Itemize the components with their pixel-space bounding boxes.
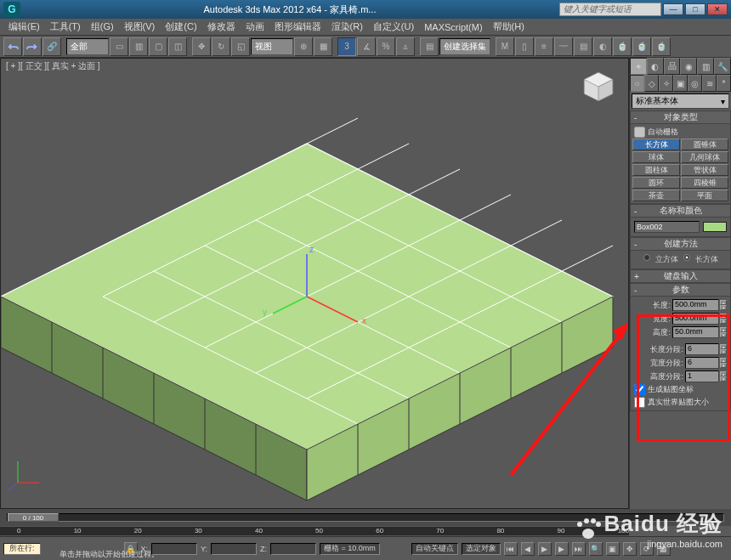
schematic-button[interactable]: ▤ xyxy=(574,37,592,56)
tab-modify[interactable]: ◐ xyxy=(647,58,664,75)
lengthsegs-spinner[interactable]: 6 xyxy=(685,343,719,355)
subtab-spacewraps[interactable]: ≋ xyxy=(702,75,717,92)
menu-grapheditors[interactable]: 图形编辑器 xyxy=(269,20,326,33)
play-end-button[interactable]: ⏭ xyxy=(572,542,586,556)
subtab-shapes[interactable]: ◇ xyxy=(644,75,659,92)
select-name-button[interactable]: ▥ xyxy=(129,37,148,56)
play-button[interactable]: ▶ xyxy=(538,542,552,556)
btn-cone[interactable]: 圆锥体 xyxy=(681,139,728,150)
autogrid-checkbox[interactable] xyxy=(634,127,645,138)
btn-teapot[interactable]: 茶壶 xyxy=(632,189,680,201)
btn-geosphere[interactable]: 几何球体 xyxy=(681,151,728,163)
subtab-helpers[interactable]: ◎ xyxy=(688,75,702,92)
maximize-viewport-button[interactable]: ▦ xyxy=(657,542,671,556)
rollout-objtype-header[interactable]: -对象类型 xyxy=(630,110,731,124)
real-uv-checkbox[interactable] xyxy=(634,397,645,408)
zoom-all-button[interactable]: ▣ xyxy=(606,542,620,556)
selset-combo[interactable]: 选定对象 xyxy=(462,543,501,555)
btn-torus[interactable]: 圆环 xyxy=(632,177,680,189)
autokey-button[interactable]: 自动关键点 xyxy=(411,543,458,555)
view-cube[interactable] xyxy=(581,69,616,105)
close-button[interactable]: ✕ xyxy=(707,3,728,15)
play-next-button[interactable]: ▶ xyxy=(555,542,569,556)
menu-animation[interactable]: 动画 xyxy=(241,20,269,33)
menu-customize[interactable]: 自定义(U) xyxy=(368,20,419,33)
minimize-button[interactable]: — xyxy=(663,3,683,15)
named-sel-button[interactable]: ▤ xyxy=(420,37,439,56)
gen-uv-checkbox[interactable] xyxy=(634,384,645,395)
maximize-button[interactable]: □ xyxy=(685,3,706,15)
zoom-button[interactable]: 🔍 xyxy=(589,542,603,556)
menu-rendering[interactable]: 渲染(R) xyxy=(326,20,368,33)
tab-motion[interactable]: ◉ xyxy=(680,58,697,75)
time-thumb[interactable]: 0 / 100 xyxy=(8,513,59,522)
btn-tube[interactable]: 管状体 xyxy=(681,164,728,176)
btn-sphere[interactable]: 球体 xyxy=(632,151,680,163)
window-crossing-button[interactable]: ◫ xyxy=(168,37,187,56)
btn-pyramid[interactable]: 四棱锥 xyxy=(681,177,728,189)
link-button[interactable]: 🔗 xyxy=(42,37,61,56)
coord-z-field[interactable] xyxy=(270,543,316,555)
subtab-geometry[interactable]: ○ xyxy=(630,75,644,92)
tab-hierarchy[interactable]: 品 xyxy=(664,58,681,75)
pivot-button[interactable]: ⊕ xyxy=(294,37,313,56)
tab-utilities[interactable]: 🔧 xyxy=(714,58,731,75)
undo-button[interactable] xyxy=(3,37,22,56)
subtab-lights[interactable]: ✧ xyxy=(659,75,673,92)
object-color-swatch[interactable] xyxy=(703,222,727,232)
rollout-createmethod-header[interactable]: -创建方法 xyxy=(630,237,731,251)
btn-plane[interactable]: 平面 xyxy=(681,189,728,201)
heightsegs-spinner[interactable]: 1 xyxy=(685,371,719,382)
radio-cube[interactable] xyxy=(643,254,650,261)
menu-maxscript[interactable]: MAXScript(M) xyxy=(419,22,487,32)
render-setup-button[interactable]: 🍵 xyxy=(613,37,632,56)
track-bar[interactable]: 0102030405060708090100 xyxy=(0,526,629,536)
primitive-category-dropdown[interactable]: 标准基本体▾ xyxy=(632,93,729,109)
angle-snap-button[interactable]: ∡ xyxy=(357,37,376,56)
select-rotate-button[interactable]: ↻ xyxy=(212,37,230,56)
coord-y-field[interactable] xyxy=(211,543,257,555)
snap-toggle-button[interactable]: 3 xyxy=(337,37,356,56)
height-spinner[interactable]: 50.0mm xyxy=(672,326,719,338)
select-region-button[interactable]: ▢ xyxy=(149,37,167,56)
align-button[interactable]: ▯ xyxy=(515,37,534,56)
play-start-button[interactable]: ⏮ xyxy=(504,542,518,556)
rollout-namecolor-header[interactable]: -名称和颜色 xyxy=(630,204,731,218)
curve-editor-button[interactable]: 〰 xyxy=(554,37,573,56)
menu-create[interactable]: 创建(C) xyxy=(160,20,201,33)
rollout-kbentry-header[interactable]: +键盘输入 xyxy=(630,269,731,283)
length-spinner[interactable]: 500.0mm xyxy=(672,299,719,311)
viewport[interactable]: x y z xyxy=(1,59,628,508)
mirror-button[interactable]: M xyxy=(496,37,514,56)
select-move-button[interactable]: ✥ xyxy=(192,37,211,56)
box-object[interactable]: x y z xyxy=(1,59,628,508)
menu-edit[interactable]: 编辑(E) xyxy=(3,20,45,33)
menu-modifiers[interactable]: 修改器 xyxy=(202,20,241,33)
selection-lock-button[interactable]: ▦ xyxy=(314,37,332,56)
redo-button[interactable] xyxy=(23,37,42,56)
subtab-systems[interactable]: * xyxy=(717,75,731,92)
maxscript-mini-listener[interactable]: 所在行: xyxy=(3,543,41,555)
help-search-input[interactable]: 键入关键字或短语 xyxy=(559,3,661,16)
width-spinner[interactable]: 500.0mm xyxy=(672,313,719,325)
subtab-cameras[interactable]: ▣ xyxy=(673,75,688,92)
material-editor-button[interactable]: ◐ xyxy=(593,37,612,56)
spinner-snap-button[interactable]: ⍋ xyxy=(396,37,415,56)
menu-tools[interactable]: 工具(T) xyxy=(45,20,86,33)
percent-snap-button[interactable]: % xyxy=(377,37,395,56)
widthsegs-spinner[interactable]: 6 xyxy=(685,357,719,369)
play-prev-button[interactable]: ◀ xyxy=(521,542,535,556)
selection-filter[interactable]: 全部 xyxy=(66,38,109,55)
tab-create[interactable]: ✦ xyxy=(630,58,647,75)
btn-cylinder[interactable]: 圆柱体 xyxy=(632,164,680,176)
rendered-frame-button[interactable]: 🍵 xyxy=(632,37,651,56)
pan-button[interactable]: ✥ xyxy=(623,542,637,556)
rollout-params-header[interactable]: -参数 xyxy=(630,283,731,297)
render-button[interactable]: 🍵 xyxy=(652,37,671,56)
menu-group[interactable]: 组(G) xyxy=(86,20,119,33)
layers-button[interactable]: ≡ xyxy=(535,37,553,56)
btn-box[interactable]: 长方体 xyxy=(632,139,680,150)
time-slider[interactable]: 0 / 100 xyxy=(0,509,731,526)
menu-views[interactable]: 视图(V) xyxy=(119,20,161,33)
radio-box[interactable] xyxy=(683,254,690,261)
